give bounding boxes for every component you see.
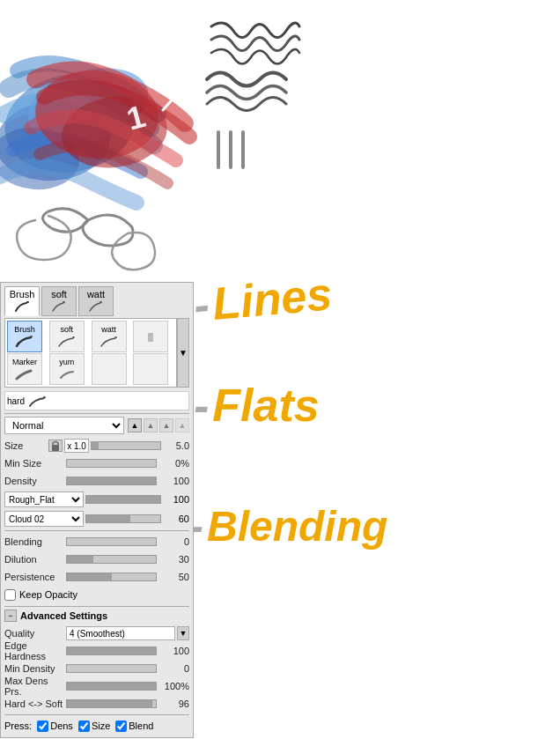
max-dens-prs-label: Max Dens Prs. bbox=[4, 676, 66, 697]
brush-grid: Brush soft watt Marker yum bbox=[4, 318, 177, 388]
brush-grid-container: Brush soft watt Marker yum bbox=[4, 318, 189, 388]
dilution-label: Dilution bbox=[4, 554, 66, 565]
brush-tab-soft[interactable]: soft bbox=[41, 286, 77, 316]
canvas-area[interactable]: 1 bbox=[0, 0, 560, 282]
press-dens-checkbox[interactable] bbox=[37, 721, 48, 732]
quality-dropdown-icon[interactable]: ▼ bbox=[177, 626, 189, 640]
svg-rect-16 bbox=[148, 333, 153, 342]
brush-tab-soft-label: soft bbox=[51, 289, 67, 299]
press-blend-label: Blend bbox=[129, 721, 153, 731]
brush-tab-icon bbox=[13, 299, 31, 314]
min-size-label: Min Size bbox=[4, 458, 66, 469]
blend-icon-4[interactable]: ▲ bbox=[175, 418, 189, 432]
texture2-row: Cloud 02 60 bbox=[4, 510, 189, 528]
brush-panel: Brush soft watt Brush soft bbox=[0, 282, 194, 738]
hard-soft-slider[interactable] bbox=[66, 699, 157, 708]
hard-brush-icon bbox=[28, 394, 48, 408]
size-lock[interactable] bbox=[48, 440, 63, 452]
scroll-down-icon[interactable]: ▼ bbox=[178, 349, 188, 358]
advanced-settings-header[interactable]: − Advanced Settings bbox=[4, 610, 189, 622]
blending-text: -Blending bbox=[189, 502, 387, 551]
quality-row: Quality 4 (Smoothest) ▼ bbox=[4, 625, 189, 641]
persistence-row: Persistence 50 bbox=[4, 569, 189, 585]
brush-tab-soft-icon bbox=[50, 299, 68, 314]
dilution-slider[interactable] bbox=[66, 555, 157, 564]
brush-scroll[interactable]: ▼ bbox=[177, 318, 189, 388]
brush-cell-marker[interactable]: Marker bbox=[7, 353, 42, 385]
texture1-slider[interactable] bbox=[85, 495, 161, 504]
persistence-value: 50 bbox=[158, 572, 189, 582]
edge-hardness-slider[interactable] bbox=[66, 647, 157, 655]
brush-cell-marker-label: Marker bbox=[12, 358, 37, 366]
max-dens-prs-value: 100% bbox=[158, 681, 189, 691]
brush-cell-watt-label: watt bbox=[101, 325, 116, 334]
min-density-row: Min Density 0 bbox=[4, 661, 189, 676]
edge-hardness-label: Edge Hardness bbox=[4, 640, 66, 661]
brush-cell-empty2[interactable] bbox=[92, 353, 127, 385]
flats-text: -Flats bbox=[194, 379, 320, 432]
size-row: Size x 1.0 5.0 bbox=[4, 438, 189, 454]
texture2-slider[interactable] bbox=[85, 514, 161, 523]
blend-icon-3[interactable]: ▲ bbox=[159, 418, 173, 432]
keep-opacity-row: Keep Opacity bbox=[4, 587, 189, 602]
press-label: Press: bbox=[4, 721, 32, 731]
texture2-select[interactable]: Cloud 02 bbox=[4, 511, 84, 527]
density-row: Density 100 bbox=[4, 473, 189, 489]
press-size-label: Size bbox=[92, 721, 110, 731]
divider4 bbox=[4, 714, 189, 715]
divider3 bbox=[4, 606, 189, 607]
blending-slider[interactable] bbox=[66, 537, 157, 546]
press-size-checkbox[interactable] bbox=[78, 721, 90, 732]
blend-icon-1[interactable]: ▲ bbox=[128, 418, 142, 432]
blend-mode-select[interactable]: Normal bbox=[4, 417, 124, 434]
texture1-value: 100 bbox=[163, 494, 189, 505]
svg-rect-12 bbox=[99, 301, 102, 303]
brush-cell-empty1[interactable] bbox=[133, 321, 168, 352]
press-size-item: Size bbox=[78, 721, 110, 732]
brush-cell-watt[interactable]: watt bbox=[92, 321, 127, 352]
min-density-slider[interactable] bbox=[66, 664, 157, 673]
brush-cell-yum-label: yum bbox=[59, 358, 74, 366]
lines-text: -Lines bbox=[192, 267, 335, 331]
blending-row: Blending 0 bbox=[4, 534, 189, 550]
hard-soft-label: Hard <-> Soft bbox=[4, 698, 66, 709]
quality-value: 4 (Smoothest) bbox=[66, 626, 175, 640]
brush-cell-empty3[interactable] bbox=[133, 353, 168, 385]
min-size-slider[interactable] bbox=[66, 459, 157, 468]
persistence-slider[interactable] bbox=[66, 573, 157, 581]
blend-icon-2[interactable]: ▲ bbox=[144, 418, 158, 432]
max-dens-prs-row: Max Dens Prs. 100% bbox=[4, 678, 189, 694]
brush-cell-yum[interactable]: yum bbox=[49, 353, 85, 385]
max-dens-prs-slider[interactable] bbox=[66, 682, 157, 691]
press-blend-checkbox[interactable] bbox=[115, 721, 127, 732]
size-multiplier[interactable]: x 1.0 bbox=[64, 439, 89, 453]
brush-tab-watt-icon bbox=[87, 299, 105, 314]
edge-hardness-value: 100 bbox=[158, 646, 189, 656]
brush-cell-soft[interactable]: soft bbox=[49, 321, 85, 352]
quality-label: Quality bbox=[4, 628, 66, 639]
keep-opacity-checkbox[interactable] bbox=[4, 589, 16, 601]
brush-cell-brush[interactable]: Brush bbox=[7, 321, 42, 352]
brush-tab-watt-label: watt bbox=[87, 289, 105, 299]
density-slider[interactable] bbox=[66, 477, 157, 485]
size-slider[interactable] bbox=[91, 441, 161, 450]
svg-rect-18 bbox=[52, 445, 59, 451]
density-label: Density bbox=[4, 476, 66, 486]
blend-icons: ▲ ▲ ▲ ▲ bbox=[128, 418, 189, 432]
brush-tab-brush[interactable]: Brush bbox=[4, 286, 40, 316]
hard-soft-row: Hard <-> Soft 96 bbox=[4, 696, 189, 712]
brush-tab-watt[interactable]: watt bbox=[78, 286, 114, 316]
press-dens-item: Dens bbox=[37, 721, 73, 732]
brush-cell-soft-label: soft bbox=[60, 325, 73, 334]
svg-rect-15 bbox=[114, 336, 117, 338]
texture1-select[interactable]: Rough_Flat bbox=[4, 491, 84, 507]
advanced-toggle-icon[interactable]: − bbox=[4, 610, 17, 622]
dilution-row: Dilution 30 bbox=[4, 551, 189, 567]
brush-tab-label: Brush bbox=[10, 289, 35, 299]
blend-mode-row: Normal ▲ ▲ ▲ ▲ bbox=[4, 417, 189, 434]
hard-soft-value: 96 bbox=[158, 698, 189, 709]
persistence-label: Persistence bbox=[4, 572, 66, 582]
svg-rect-10 bbox=[26, 301, 29, 303]
hard-label: hard bbox=[7, 396, 25, 406]
svg-rect-11 bbox=[63, 301, 65, 303]
